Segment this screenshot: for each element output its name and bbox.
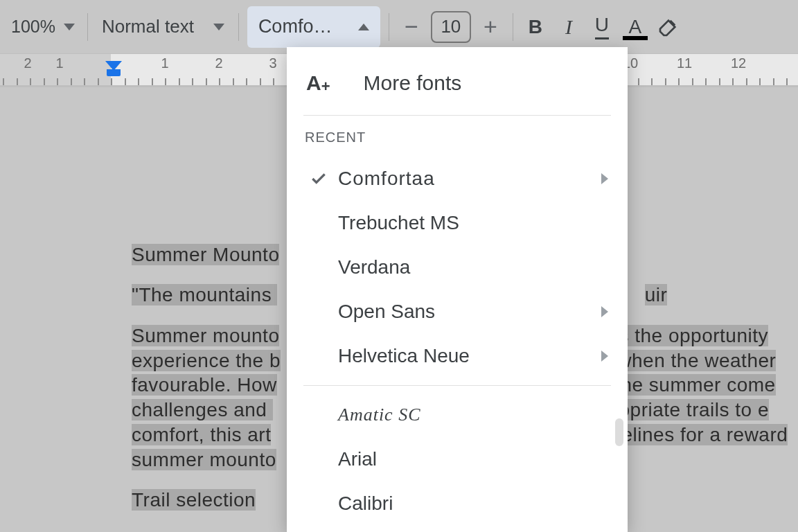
menu-item-label: Comfortaa — [332, 168, 601, 190]
menu-item-label: Helvetica Neue — [332, 345, 601, 367]
text-selection[interactable]: uir — [645, 284, 668, 305]
zoom-value: 100% — [11, 17, 55, 37]
text-selection[interactable]: summer mounto — [132, 449, 276, 470]
zoom-select[interactable]: 100% — [4, 11, 82, 43]
font-menuitem-calibri[interactable]: Calibri — [287, 481, 628, 526]
font-size-group: − 10 + — [395, 0, 507, 53]
text-selection[interactable]: favourable. How — [132, 374, 277, 396]
ruler-tick-label: 12 — [731, 55, 746, 71]
menu-item-label: More fonts — [330, 71, 608, 95]
increase-font-size-button[interactable]: + — [479, 13, 502, 40]
text-selection[interactable]: when the weather — [612, 350, 776, 371]
menu-divider — [303, 385, 611, 386]
text-selection[interactable]: experience the b — [132, 350, 281, 371]
menu-item-label: Trebuchet MS — [332, 212, 608, 234]
separator — [87, 13, 88, 41]
font-menuitem-helvetica-neue[interactable]: Helvetica Neue — [287, 334, 628, 378]
caret-down-icon — [64, 24, 75, 30]
text-color-button[interactable]: A — [619, 11, 652, 43]
menu-divider — [303, 115, 611, 116]
submenu-caret-icon — [601, 173, 608, 184]
text-selection[interactable]: Summer Mounto — [132, 244, 279, 265]
font-menuitem-amatic-sc[interactable]: Amatic SC — [287, 393, 628, 437]
font-menuitem-arial[interactable]: Arial — [287, 437, 628, 481]
text-selection[interactable]: challenges and — [132, 399, 273, 420]
scrollbar-thumb[interactable] — [615, 418, 623, 446]
font-family-dropdown: A+ More fonts RECENT ComfortaaTrebuchet … — [287, 47, 628, 532]
highlight-color-button[interactable] — [652, 11, 685, 43]
menu-item-label: Amatic SC — [332, 405, 608, 425]
left-indent-marker[interactable] — [107, 69, 121, 76]
italic-button[interactable]: I — [552, 11, 585, 43]
text-selection[interactable]: Trail selection — [132, 489, 256, 511]
text-selection[interactable]: Summer mounto — [132, 325, 279, 346]
font-family-select[interactable]: Comfo… — [247, 6, 380, 48]
menu-item-label: Calibri — [332, 493, 608, 515]
text-selection[interactable]: comfort, this art — [132, 424, 271, 445]
separator — [513, 13, 513, 41]
toolbar: 100% Normal text Comfo… − 10 + B I U A — [0, 0, 798, 54]
separator — [238, 13, 239, 41]
font-menuitem-open-sans[interactable]: Open Sans — [287, 290, 628, 334]
font-menuitem-comfortaa[interactable]: Comfortaa — [287, 157, 628, 201]
ruler-tick-label: 11 — [677, 55, 692, 71]
style-value: Normal text — [102, 16, 194, 37]
text-selection[interactable]: s the opportunity — [619, 325, 768, 346]
ruler-tick-label: 2 — [24, 55, 31, 71]
ruler-tick-label: 2 — [215, 55, 222, 71]
underline-button[interactable]: U — [585, 11, 619, 43]
add-font-icon: A+ — [306, 71, 330, 95]
bold-button[interactable]: B — [519, 11, 552, 43]
font-size-value: 10 — [441, 16, 461, 37]
ruler-tick-label: 3 — [269, 55, 276, 71]
menu-item-label: Verdana — [332, 256, 608, 278]
font-menuitem-trebuchet-ms[interactable]: Trebuchet MS — [287, 201, 628, 245]
caret-down-icon — [213, 24, 224, 30]
text-selection[interactable]: the summer come — [610, 374, 776, 396]
highlighter-icon — [657, 16, 680, 38]
menu-item-label: Arial — [332, 448, 608, 470]
recent-section-label: RECENT — [287, 123, 628, 157]
text-selection[interactable]: delines for a reward — [610, 424, 788, 445]
menu-item-label: Open Sans — [332, 301, 601, 323]
separator — [389, 13, 389, 41]
ruler-tick-label: 1 — [161, 55, 168, 71]
submenu-caret-icon — [601, 351, 608, 362]
check-icon — [305, 170, 332, 188]
decrease-font-size-button[interactable]: − — [400, 13, 423, 40]
submenu-caret-icon — [601, 306, 608, 317]
font-menuitem-verdana[interactable]: Verdana — [287, 245, 628, 290]
text-selection[interactable]: "The mountains — [132, 284, 277, 305]
caret-up-icon — [358, 24, 369, 30]
text-selection[interactable]: ropriate trails to e — [612, 399, 769, 420]
more-fonts-menuitem[interactable]: A+ More fonts — [287, 58, 628, 108]
ruler-tick-label: 1 — [55, 55, 63, 71]
font-size-input[interactable]: 10 — [431, 11, 471, 43]
font-value: Comfo… — [258, 16, 332, 37]
paragraph-style-select[interactable]: Normal text — [94, 11, 233, 43]
